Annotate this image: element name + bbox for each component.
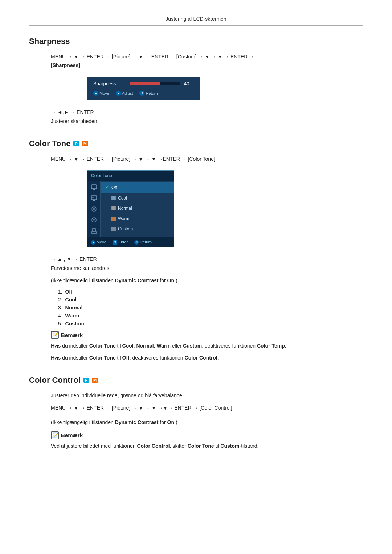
control-move: ● Move bbox=[93, 90, 109, 97]
sharpness-row: Sharpness 40 bbox=[93, 80, 194, 88]
ct-option-warm-label: Warm bbox=[118, 215, 130, 222]
list-item-3: 3. Normal bbox=[58, 305, 334, 311]
ct-option-off-label: Off bbox=[111, 184, 117, 191]
list-item-5: 5. Custom bbox=[58, 321, 334, 327]
ct-option-normal-label: Normal bbox=[118, 205, 132, 212]
footer-move-icon: ● bbox=[91, 240, 95, 245]
footer-enter: ⊞ Enter bbox=[113, 239, 128, 246]
cc-badge-p: P bbox=[83, 378, 89, 383]
swatch-normal bbox=[111, 206, 116, 210]
list-item-1: 1. Off bbox=[58, 289, 334, 295]
sharpness-widget: Sharpness 40 ● Move ● Adjust bbox=[87, 74, 363, 104]
footer-return-icon: ↺ bbox=[134, 240, 139, 245]
color-control-note: 📝 Bemærk Ved at justere billedet med fun… bbox=[51, 430, 341, 451]
ct-icon-5 bbox=[90, 227, 98, 235]
page-title: Justering af LCD-skærmen bbox=[29, 11, 363, 26]
color-tone-widget: Color Tone bbox=[87, 167, 363, 250]
footer-move: ● Move bbox=[91, 239, 106, 246]
color-tone-body-2: (Ikke tilgængelig i tilstanden Dynamic C… bbox=[51, 276, 341, 285]
sharpness-controls: ● Move ● Adjust ↺ Return bbox=[93, 90, 194, 97]
control-return: ↺ Return bbox=[139, 90, 158, 97]
color-tone-menu-path: MENU → ▼ → ENTER → [Picture] → ▼ → ▼ →EN… bbox=[51, 155, 363, 164]
swatch-warm bbox=[111, 217, 116, 221]
ct-icons bbox=[87, 181, 101, 237]
sharpness-arrow-line: → ◄,► → ENTER bbox=[51, 109, 363, 115]
svg-rect-1 bbox=[93, 189, 95, 190]
svg-rect-9 bbox=[93, 228, 95, 231]
return-icon: ↺ bbox=[139, 91, 144, 96]
cc-body-1: Justerer den individuelle røde, grønne o… bbox=[51, 391, 341, 400]
cc-note-title: 📝 Bemærk bbox=[51, 430, 341, 440]
ct-option-custom[interactable]: Custom bbox=[101, 224, 174, 234]
ct-option-off[interactable]: ✔ Off bbox=[101, 182, 174, 193]
move-icon: ● bbox=[93, 91, 98, 96]
color-tone-section: Color Tone P M MENU → ▼ → ENTER → [Pictu… bbox=[29, 139, 363, 362]
color-tone-note: 📝 Bemærk Hvis du indstiller Color Tone t… bbox=[51, 330, 341, 362]
bottom-rule bbox=[29, 464, 363, 464]
list-label-2: Cool bbox=[65, 297, 76, 303]
ct-option-custom-label: Custom bbox=[118, 225, 133, 233]
note-text-1: Hvis du indstiller Color Tone til Cool, … bbox=[51, 341, 341, 350]
color-control-section: Color Control P M Justerer den individue… bbox=[29, 376, 363, 451]
control-adjust: ● Adjust bbox=[116, 90, 133, 97]
footer-move-label: Move bbox=[97, 239, 106, 246]
ct-option-normal[interactable]: Normal bbox=[101, 203, 174, 213]
ct-option-cool[interactable]: Cool bbox=[101, 193, 174, 203]
sharpness-bar-bg bbox=[130, 82, 180, 85]
ct-option-cool-label: Cool bbox=[118, 194, 127, 202]
swatch-custom bbox=[111, 227, 116, 231]
ct-footer: ● Move ⊞ Enter ↺ Return bbox=[87, 237, 174, 247]
ct-icon-3 bbox=[90, 205, 98, 213]
svg-rect-3 bbox=[93, 200, 95, 201]
ct-header: Color Tone bbox=[87, 171, 174, 181]
color-tone-heading: Color Tone P M bbox=[29, 139, 363, 148]
list-item-4: 4. Warm bbox=[58, 313, 334, 319]
list-label-5: Custom bbox=[65, 321, 84, 327]
color-control-heading: Color Control P M bbox=[29, 376, 363, 385]
footer-return: ↺ Return bbox=[134, 239, 152, 246]
sharpness-instruction: MENU → ▼ → ENTER → [Picture] → ▼ → ENTER… bbox=[51, 53, 363, 103]
svg-rect-4 bbox=[92, 197, 94, 198]
ct-options: ✔ Off Cool Normal bbox=[101, 181, 174, 237]
footer-enter-icon: ⊞ bbox=[113, 240, 117, 245]
adjust-label: Adjust bbox=[122, 90, 133, 97]
list-label-1: Off bbox=[65, 289, 72, 295]
adjust-icon: ● bbox=[116, 91, 121, 96]
sharpness-bar-fill bbox=[130, 82, 160, 85]
return-label: Return bbox=[146, 90, 158, 97]
cc-badge-m: M bbox=[92, 378, 98, 383]
color-tone-body-1: Farvetonerne kan ændres. bbox=[51, 264, 341, 273]
note-text-2: Hvis du indstiller Color Tone til Off, d… bbox=[51, 353, 341, 362]
badge-m: M bbox=[82, 141, 88, 146]
ct-icon-1 bbox=[90, 183, 98, 191]
sharpness-label: Sharpness bbox=[93, 80, 126, 88]
color-tone-ui: Color Tone bbox=[87, 170, 174, 247]
ct-option-warm[interactable]: Warm bbox=[101, 214, 174, 224]
check-off: ✔ bbox=[105, 184, 109, 191]
sharpness-section: Sharpness MENU → ▼ → ENTER → [Picture] →… bbox=[29, 37, 363, 126]
swatch-cool bbox=[111, 196, 116, 200]
move-label: Move bbox=[99, 90, 109, 97]
cc-note-text: Ved at justere billedet med funktionen C… bbox=[51, 442, 341, 451]
ct-body: ✔ Off Cool Normal bbox=[87, 181, 174, 237]
note-title-1: 📝 Bemærk bbox=[51, 330, 341, 340]
footer-enter-label: Enter bbox=[118, 239, 128, 246]
sharpness-value: 40 bbox=[184, 80, 194, 88]
list-label-4: Warm bbox=[65, 313, 79, 319]
cc-body-2: (Ikke tilgængelig i tilstanden Dynamic C… bbox=[51, 418, 341, 427]
svg-rect-8 bbox=[91, 232, 97, 233]
svg-point-6 bbox=[93, 208, 95, 210]
color-tone-arrow-line: → ▲ , ▼ → ENTER bbox=[51, 256, 363, 262]
badge-p: P bbox=[73, 141, 79, 146]
note-icon-1: 📝 bbox=[51, 331, 59, 339]
sharpness-ui: Sharpness 40 ● Move ● Adjust bbox=[87, 77, 200, 101]
sharpness-menu-path: MENU → ▼ → ENTER → [Picture] → ▼ → ENTER… bbox=[51, 53, 363, 70]
cc-note-icon: 📝 bbox=[51, 431, 59, 439]
list-label-3: Normal bbox=[65, 305, 82, 311]
footer-return-label: Return bbox=[140, 239, 152, 246]
svg-rect-0 bbox=[91, 185, 97, 189]
cc-menu-path: MENU → ▼ → ENTER → [Picture] → ▼ → ▼ →▼→… bbox=[51, 404, 363, 413]
list-item-2: 2. Cool bbox=[58, 297, 334, 303]
color-tone-instruction: MENU → ▼ → ENTER → [Picture] → ▼ → ▼ →EN… bbox=[51, 155, 363, 250]
cc-instruction: MENU → ▼ → ENTER → [Picture] → ▼ → ▼ →▼→… bbox=[51, 404, 363, 413]
